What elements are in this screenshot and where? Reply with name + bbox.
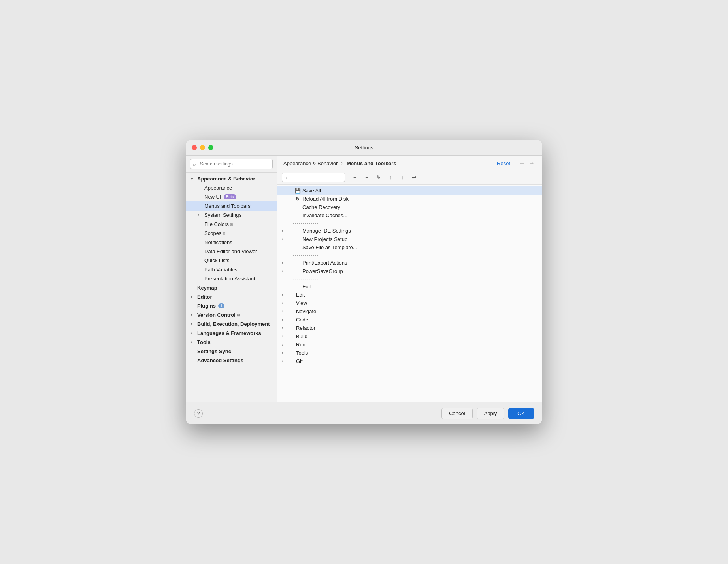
separator-3: ------------- (277, 275, 542, 282)
sidebar-label: Menus and Toolbars (204, 203, 251, 209)
tree-label: View (296, 300, 307, 306)
forward-button[interactable]: → (528, 160, 536, 167)
tree-item-save-file-template[interactable]: Save File as Template... (277, 243, 542, 252)
settings-icon: ⊞ (229, 222, 234, 227)
collapse-arrow: ▾ (191, 177, 196, 181)
main-panel: Appearance & Behavior > Menus and Toolba… (277, 156, 542, 402)
sidebar-label: Keymap (197, 285, 217, 291)
tree-label: Exit (302, 284, 311, 290)
expand-arrow: › (191, 322, 196, 326)
sidebar-item-system-settings[interactable]: › System Settings (186, 211, 277, 220)
sidebar-item-build-exec[interactable]: › Build, Execution, Deployment (186, 320, 277, 329)
tree-item-reload-all[interactable]: ↻ Reload All from Disk (277, 195, 542, 203)
tree-label: New Projects Setup (302, 236, 347, 242)
settings-icon: ⊞ (236, 312, 241, 318)
title-bar: Settings (186, 140, 542, 156)
breadcrumb-separator: > (341, 160, 345, 166)
close-button[interactable] (192, 145, 197, 150)
separator-text: ------------- (293, 220, 319, 226)
expand-arrow: › (282, 293, 288, 297)
help-button[interactable]: ? (194, 409, 203, 418)
cancel-button[interactable]: Cancel (441, 408, 472, 419)
sidebar-item-notifications[interactable]: Notifications (186, 238, 277, 247)
revert-button[interactable]: ↩ (409, 173, 419, 182)
tree-item-build[interactable]: › Build (277, 332, 542, 340)
tree-item-print-export[interactable]: › Print/Export Actions (277, 259, 542, 267)
sidebar-item-path-variables[interactable]: Path Variables (186, 265, 277, 274)
search-input[interactable] (190, 159, 273, 169)
expand-arrow: › (282, 269, 294, 273)
settings-dialog: Settings ▾ Appearance & Behavior Appeara… (186, 140, 542, 424)
sidebar-item-tools[interactable]: › Tools (186, 338, 277, 347)
tree-item-git[interactable]: › Git (277, 357, 542, 365)
window-title: Settings (355, 145, 373, 150)
tree-item-exit[interactable]: Exit (277, 282, 542, 291)
sidebar-item-settings-sync[interactable]: Settings Sync (186, 347, 277, 356)
sidebar-item-advanced-settings[interactable]: Advanced Settings (186, 356, 277, 365)
move-down-button[interactable]: ↓ (397, 173, 407, 182)
sidebar-item-menus-toolbars[interactable]: Menus and Toolbars (186, 201, 277, 211)
toolbar-search-input[interactable] (282, 173, 345, 182)
edit-button[interactable]: ✎ (373, 173, 384, 182)
separator-1: ------------- (277, 220, 542, 227)
tree-label: Manage IDE Settings (302, 228, 351, 234)
tree-label: Print/Export Actions (302, 260, 347, 266)
tree-label: Tools (296, 350, 308, 356)
tree-item-cache-recovery[interactable]: Cache Recovery (277, 203, 542, 211)
maximize-button[interactable] (208, 145, 213, 150)
minimize-button[interactable] (200, 145, 205, 150)
tree-item-tools-menu[interactable]: › Tools (277, 349, 542, 357)
tree-item-manage-ide[interactable]: › Manage IDE Settings (277, 227, 542, 235)
sidebar-item-plugins[interactable]: Plugins 1 (186, 301, 277, 310)
tree-label: Invalidate Caches... (302, 212, 347, 218)
tree-item-code[interactable]: › Code (277, 316, 542, 324)
tree-label: Reload All from Disk (302, 196, 349, 202)
sidebar-item-editor[interactable]: › Editor (186, 292, 277, 301)
move-up-button[interactable]: ↑ (385, 173, 396, 182)
remove-button[interactable]: − (362, 173, 372, 182)
sidebar-list: ▾ Appearance & Behavior Appearance New U… (186, 173, 277, 402)
sidebar-item-languages[interactable]: › Languages & Frameworks (186, 329, 277, 338)
sidebar-label: Settings Sync (197, 348, 231, 354)
beta-badge: Beta (224, 194, 237, 199)
tree-item-powersave[interactable]: › PowerSaveGroup (277, 267, 542, 275)
expand-arrow: › (282, 334, 288, 338)
tree-label: Cache Recovery (302, 204, 340, 210)
toolbar-search-wrap (282, 173, 345, 182)
sidebar-item-scopes[interactable]: Scopes ⊞ (186, 229, 277, 238)
tree-item-view[interactable]: › View (277, 299, 542, 307)
reset-button[interactable]: Reset (497, 160, 510, 166)
add-button[interactable]: + (350, 173, 360, 182)
tree-item-save-all[interactable]: 💾 Save All (277, 186, 542, 195)
tree-item-new-projects[interactable]: › New Projects Setup (277, 235, 542, 243)
sidebar-item-data-editor[interactable]: Data Editor and Viewer (186, 247, 277, 256)
tree-item-invalidate-caches[interactable]: Invalidate Caches... (277, 211, 542, 220)
separator-text: ------------- (293, 252, 319, 258)
sidebar-item-appearance-behavior[interactable]: ▾ Appearance & Behavior (186, 174, 277, 183)
ok-button[interactable]: OK (508, 408, 534, 419)
window-controls (192, 145, 213, 150)
sidebar-label: Plugins (197, 303, 216, 309)
sidebar-item-appearance[interactable]: Appearance (186, 183, 277, 192)
tree-item-refactor[interactable]: › Refactor (277, 324, 542, 332)
tree-item-run[interactable]: › Run (277, 340, 542, 349)
sidebar-item-keymap[interactable]: Keymap (186, 283, 277, 292)
nav-arrows: ← → (518, 160, 536, 167)
sidebar-item-quick-lists[interactable]: Quick Lists (186, 256, 277, 265)
sidebar-label: Tools (197, 339, 211, 345)
tree-label: PowerSaveGroup (302, 268, 343, 274)
sidebar-label: Data Editor and Viewer (204, 248, 257, 254)
search-wrap (190, 159, 273, 169)
tree-label: Refactor (296, 325, 315, 331)
sidebar-item-file-colors[interactable]: File Colors ⊞ (186, 220, 277, 229)
tree-item-navigate[interactable]: › Navigate (277, 307, 542, 316)
apply-button[interactable]: Apply (477, 408, 505, 419)
sidebar-item-new-ui[interactable]: New UI Beta (186, 192, 277, 201)
expand-arrow: › (282, 261, 294, 265)
tree-item-edit[interactable]: › Edit (277, 291, 542, 299)
back-button[interactable]: ← (518, 160, 526, 167)
sidebar-item-version-control[interactable]: › Version Control ⊞ (186, 310, 277, 320)
sidebar-label: Appearance (204, 185, 232, 191)
sidebar-item-presentation-assistant[interactable]: Presentation Assistant (186, 274, 277, 283)
header-right: Reset ← → (497, 160, 536, 167)
